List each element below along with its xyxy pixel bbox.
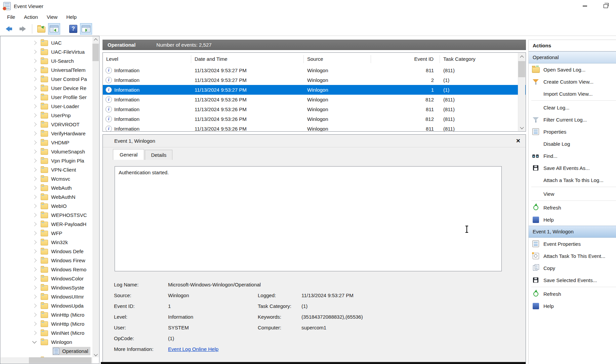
tree-item[interactable]: Winlogon xyxy=(0,337,99,347)
action-item[interactable]: Refresh xyxy=(529,201,616,214)
actions-group-header-operational[interactable]: Operational xyxy=(529,51,616,63)
menu-item[interactable]: View xyxy=(42,13,62,21)
chevron-right-icon[interactable] xyxy=(32,258,37,263)
tree-item[interactable]: Windows Defe xyxy=(0,247,99,256)
chevron-right-icon[interactable] xyxy=(32,168,37,172)
action-item[interactable]: Save All Events As... xyxy=(529,162,616,174)
chevron-right-icon[interactable] xyxy=(32,77,37,81)
chevron-right-icon[interactable] xyxy=(32,231,37,235)
table-row[interactable]: iInformation 11/13/2024 9:53:26 PM Winlo… xyxy=(103,124,526,132)
tree-item[interactable]: VPN-Client xyxy=(0,165,99,174)
action-item[interactable]: Disable Log xyxy=(529,138,616,150)
chevron-right-icon[interactable] xyxy=(32,213,37,217)
chevron-right-icon[interactable] xyxy=(32,276,37,281)
action-item[interactable]: Find... xyxy=(529,150,616,162)
action-item[interactable]: Properties xyxy=(529,126,616,138)
chevron-right-icon[interactable] xyxy=(32,149,37,154)
actions-group-header-event[interactable]: Event 1, Winlogon xyxy=(529,226,616,238)
events-vertical-scrollbar[interactable] xyxy=(518,53,525,131)
table-row[interactable]: iInformation 11/13/2024 9:53:27 PM Winlo… xyxy=(103,85,526,95)
tree-item[interactable]: VerifyHardware xyxy=(0,129,99,138)
chevron-right-icon[interactable] xyxy=(32,177,37,181)
column-header-date[interactable]: Date and Time xyxy=(191,55,304,63)
menu-item[interactable]: File xyxy=(3,13,19,21)
tree-item[interactable]: User Device Re xyxy=(0,84,99,93)
action-item[interactable]: Attach a Task To this Log... xyxy=(529,174,616,186)
tree-item[interactable]: Wcmsvc xyxy=(0,174,99,183)
tree-item[interactable]: Vpn Plugin Pla xyxy=(0,156,99,165)
menu-item[interactable]: Help xyxy=(62,13,81,21)
tree-item[interactable]: UAC-FileVirtua xyxy=(0,47,99,56)
tree-item[interactable]: WER-PayloadH xyxy=(0,220,99,229)
chevron-right-icon[interactable] xyxy=(32,195,37,199)
table-row[interactable]: iInformation 11/13/2024 9:53:26 PM Winlo… xyxy=(103,95,526,104)
chevron-right-icon[interactable] xyxy=(32,86,37,90)
tree-item[interactable]: User Profile Ser xyxy=(0,93,99,102)
action-item[interactable]: Import Custom View... xyxy=(529,88,616,100)
toggle-console-tree-button[interactable] xyxy=(48,23,60,35)
export-log-button[interactable] xyxy=(35,23,47,35)
tree-item[interactable]: WebAuthN xyxy=(0,192,99,201)
chevron-right-icon[interactable] xyxy=(32,140,37,145)
help-button[interactable]: ? xyxy=(67,23,79,35)
chevron-right-icon[interactable] xyxy=(32,68,37,72)
tree-item[interactable]: WebIO xyxy=(0,201,99,211)
tree-item[interactable]: Windows Remo xyxy=(0,265,99,274)
column-header-eventid[interactable]: Event ID xyxy=(371,55,440,63)
action-item[interactable]: Event Properties xyxy=(529,238,616,250)
scroll-up-button[interactable] xyxy=(518,54,525,59)
scrollbar-thumb[interactable] xyxy=(92,44,99,61)
tree-item[interactable]: UniversalTelem xyxy=(0,65,99,75)
action-item[interactable]: View xyxy=(529,188,616,200)
forward-button[interactable] xyxy=(16,23,28,35)
chevron-right-icon[interactable] xyxy=(32,204,37,208)
event-description-box[interactable]: Authentication started. xyxy=(115,166,502,271)
chevron-right-icon[interactable] xyxy=(32,50,37,54)
tree-item[interactable]: WinHttp (Micro xyxy=(0,319,99,328)
close-icon[interactable]: × xyxy=(516,136,520,146)
tree-item[interactable]: VDRVROOT xyxy=(0,120,99,129)
chevron-right-icon[interactable] xyxy=(32,186,37,190)
action-item[interactable]: Copy xyxy=(529,262,616,274)
chevron-right-icon[interactable] xyxy=(32,158,37,163)
column-header-source[interactable]: Source xyxy=(304,55,371,63)
tree-item[interactable]: WindowsUpda xyxy=(0,301,99,310)
action-item[interactable]: Create Custom View... xyxy=(529,76,616,88)
tree-item[interactable]: Operational xyxy=(0,347,99,356)
tree-item[interactable]: WindowsSyste xyxy=(0,283,99,292)
table-row[interactable]: iInformation 11/13/2024 9:53:26 PM Winlo… xyxy=(103,114,526,124)
chevron-right-icon[interactable] xyxy=(32,95,37,99)
tree-item[interactable]: WinHttp (Micro xyxy=(0,310,99,319)
tree-item[interactable]: User Control Pa xyxy=(0,75,99,84)
chevron-right-icon[interactable] xyxy=(32,304,37,308)
restore-button[interactable] xyxy=(595,0,616,12)
chevron-right-icon[interactable] xyxy=(32,113,37,118)
action-item[interactable]: Help xyxy=(529,214,616,226)
toggle-action-pane-button[interactable] xyxy=(80,23,92,35)
chevron-right-icon[interactable] xyxy=(32,331,37,335)
chevron-right-icon[interactable] xyxy=(32,59,37,63)
scroll-down-button[interactable] xyxy=(518,125,525,130)
chevron-right-icon[interactable] xyxy=(32,122,37,127)
tree-item[interactable]: WinINet (Micro xyxy=(0,328,99,337)
chevron-right-icon[interactable] xyxy=(32,294,37,299)
action-item[interactable]: Clear Log... xyxy=(529,101,616,113)
column-header-level[interactable]: Level xyxy=(103,55,191,63)
scrollbar-thumb[interactable] xyxy=(29,357,91,363)
scroll-down-button[interactable] xyxy=(92,352,99,357)
chevron-right-icon[interactable] xyxy=(32,249,37,254)
action-item[interactable]: Refresh xyxy=(529,288,616,300)
action-item[interactable]: Filter Current Log... xyxy=(529,113,616,126)
sidebar-horizontal-scrollbar[interactable] xyxy=(1,357,92,363)
chevron-right-icon[interactable] xyxy=(32,240,37,244)
chevron-right-icon[interactable] xyxy=(32,104,37,108)
tree-item[interactable]: UserPnp xyxy=(0,111,99,120)
action-item[interactable]: Help xyxy=(529,300,616,312)
tree-item[interactable]: Windows Firew xyxy=(0,256,99,265)
menu-item[interactable]: Action xyxy=(19,13,42,21)
scrollbar-thumb[interactable] xyxy=(518,61,525,77)
tree-item[interactable]: VolumeSnapsh xyxy=(0,147,99,156)
tree-item[interactable]: WebAuth xyxy=(0,183,99,192)
table-row[interactable]: iInformation 11/13/2024 9:53:27 PM Winlo… xyxy=(103,65,526,75)
detail-tab[interactable]: General xyxy=(113,149,144,160)
